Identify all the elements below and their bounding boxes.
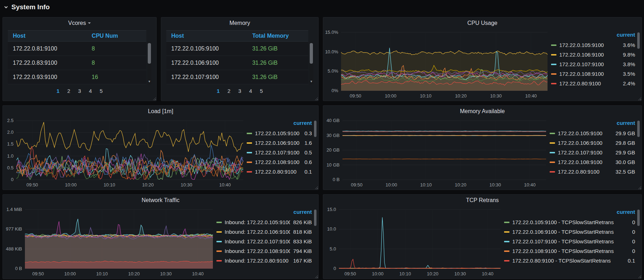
panel-title-load-1m[interactable]: Load [1m] — [3, 106, 318, 117]
vcores-table: HostCPU Num 172.22.0.81:91008172.22.0.83… — [8, 30, 151, 84]
panel-title-memory[interactable]: Memory — [161, 17, 318, 29]
page-button-3[interactable]: 3 — [78, 88, 81, 94]
load-1m-plot[interactable]: 09:5010:0010:1010:2010:3010:4000.51.01.5… — [3, 117, 245, 190]
table-scrollbar[interactable]: ▾ — [309, 42, 313, 84]
page-button-3[interactable]: 3 — [238, 88, 241, 94]
legend-row[interactable]: 172.22.0.107:91000.5 — [247, 148, 312, 157]
panel-title-text: Load [1m] — [148, 108, 173, 115]
table-body: 172.22.0.81:91008172.22.0.83:91008172.22… — [8, 42, 146, 84]
legend-series-name: 172.22.0.108:9100 — [559, 71, 604, 77]
legend-row[interactable]: 172.22.0.106:910029.8 GB — [550, 138, 635, 148]
legend-row[interactable]: 172.22.0.80:91000.1 — [247, 167, 312, 176]
legend-scrollbar[interactable] — [637, 32, 640, 49]
legend-scrollbar[interactable] — [314, 210, 316, 226]
cpu-usage-plot[interactable]: 09:5010:0010:1010:2010:3010:400%5.0%10.0… — [323, 29, 550, 101]
table-cell: 8 — [88, 60, 146, 66]
page-button-5[interactable]: 5 — [100, 88, 103, 94]
scrollbar-thumb[interactable] — [148, 43, 151, 64]
legend-row[interactable]: 172.22.0.108:9100 - TCPSlowStartRetrans0 — [504, 246, 635, 256]
panel-title-vcores[interactable]: Vcores — [3, 17, 156, 29]
legend-current-header[interactable]: current — [504, 209, 635, 217]
table-row: 172.22.0.106:910031.26 GiB — [166, 56, 308, 70]
page-button-1[interactable]: 1 — [57, 88, 59, 94]
panel-title-network-traffic[interactable]: Network Traffic — [3, 195, 318, 206]
legend-series-marker — [551, 83, 556, 84]
scroll-down-icon[interactable]: ▾ — [309, 79, 313, 84]
panel-cpu-usage: CPU Usage 09:5010:0010:1010:2010:3010:40… — [323, 17, 642, 101]
legend-scrollbar[interactable] — [637, 121, 640, 137]
panel-title-tcp-retrans[interactable]: TCP Retrans — [323, 195, 642, 206]
legend-row[interactable]: 172.22.0.106:9100 - TCPSlowStartRetrans0 — [504, 227, 635, 237]
svg-text:10:30: 10:30 — [489, 182, 501, 187]
svg-text:40 GB: 40 GB — [326, 118, 340, 123]
column-header-value[interactable]: CPU Num — [88, 33, 146, 39]
table-cell: 172.22.0.93:9100 — [8, 74, 88, 80]
panel-title-memory-available[interactable]: Memory Available — [323, 106, 642, 117]
table-cell: 172.22.0.83:9100 — [8, 60, 88, 66]
table-scrollbar[interactable]: ▾ — [147, 42, 151, 84]
legend-current-header[interactable]: current — [216, 209, 312, 217]
legend-row[interactable]: 172.22.0.106:91009.8% — [551, 50, 635, 59]
svg-text:09:50: 09:50 — [345, 271, 356, 276]
legend-current-header[interactable]: current — [550, 120, 635, 128]
legend-row[interactable]: 172.22.0.107:9100 - TCPSlowStartRetrans0 — [504, 237, 635, 246]
legend-row[interactable]: 172.22.0.105:9100 - TCPSlowStartRetrans0 — [504, 217, 635, 227]
network-traffic-plot[interactable]: 09:5010:0010:1010:2010:3010:400 B488 KiB… — [3, 206, 215, 279]
legend-row[interactable]: 172.22.0.80:9100 - TCPSlowStartRetrans0.… — [504, 256, 635, 265]
panel-title-text: Memory Available — [460, 108, 505, 115]
legend-scrollbar[interactable] — [637, 210, 640, 226]
column-header-value[interactable]: Total Memory — [248, 33, 308, 39]
column-header-host[interactable]: Host — [166, 33, 248, 39]
table-cell: 16 — [88, 74, 146, 80]
panel-title-cpu-usage[interactable]: CPU Usage — [323, 17, 642, 29]
legend-row[interactable]: Inbound: 172.22.0.107:9100833 KiB — [216, 237, 312, 246]
legend-row[interactable]: 172.22.0.80:910032.5 GB — [550, 167, 635, 176]
legend-row[interactable]: Inbound: 172.22.0.80:9100167 KiB — [216, 256, 312, 265]
table-cell: 31.26 GiB — [248, 74, 308, 80]
svg-text:10:20: 10:20 — [455, 182, 466, 187]
page-button-4[interactable]: 4 — [89, 88, 92, 94]
legend-row[interactable]: 172.22.0.105:910029.9 GB — [550, 128, 635, 138]
legend-row[interactable]: 172.22.0.80:91002.4% — [551, 79, 635, 88]
memory-available-plot[interactable]: 09:5010:0010:1010:2010:3010:400 B10 GB20… — [323, 117, 548, 190]
legend-row[interactable]: Inbound: 172.22.0.105:9100826 KiB — [216, 217, 312, 227]
svg-text:10:40: 10:40 — [525, 93, 537, 99]
page-button-1[interactable]: 1 — [217, 88, 220, 94]
legend-row[interactable]: 172.22.0.105:91003.6% — [551, 40, 635, 50]
legend-series-marker — [550, 133, 555, 134]
legend-row[interactable]: 172.22.0.108:91003.5% — [551, 69, 635, 79]
legend-row[interactable]: Inbound: 172.22.0.106:9100818 KiB — [216, 227, 312, 237]
page-button-5[interactable]: 5 — [260, 88, 263, 94]
legend-series-value: 0.1 — [628, 258, 635, 264]
legend-scrollbar[interactable] — [314, 121, 316, 137]
column-header-host[interactable]: Host — [8, 33, 88, 39]
legend-current-header[interactable]: current — [247, 120, 312, 128]
svg-text:10:00: 10:00 — [372, 271, 384, 276]
tcp-retrans-plot[interactable]: 09:5010:0010:1010:2010:3010:4005.010.015… — [323, 206, 503, 279]
legend-row[interactable]: 172.22.0.108:910030.0 GB — [550, 157, 635, 167]
legend-current-header[interactable]: current — [551, 32, 635, 40]
svg-text:2.0: 2.0 — [7, 130, 14, 135]
panel-menu-caret-icon — [88, 22, 91, 25]
legend-row[interactable]: 172.22.0.108:91000.6 — [247, 157, 312, 167]
legend-row[interactable]: 172.22.0.107:91003.8% — [551, 59, 635, 69]
legend-series-value: 2.4% — [623, 80, 635, 86]
legend-row[interactable]: 172.22.0.105:91000.3 — [247, 128, 312, 138]
legend-row[interactable]: 172.22.0.107:910029.9 GB — [550, 148, 635, 157]
svg-text:0.5: 0.5 — [7, 165, 14, 170]
page-button-2[interactable]: 2 — [67, 88, 70, 94]
legend-series-value: 0.5 — [304, 149, 312, 155]
svg-text:1.0: 1.0 — [7, 153, 14, 159]
legend-series-marker — [551, 73, 556, 75]
page-button-2[interactable]: 2 — [227, 88, 230, 94]
svg-text:488 KiB: 488 KiB — [6, 246, 22, 252]
dashboard-row-header[interactable]: System Info — [0, 0, 644, 14]
page-button-4[interactable]: 4 — [249, 88, 252, 94]
legend-row[interactable]: Inbound: 172.22.0.108:9100794 KiB — [216, 246, 312, 256]
scroll-down-icon[interactable]: ▾ — [147, 79, 151, 84]
legend-series-marker — [551, 54, 556, 56]
scrollbar-thumb[interactable] — [310, 43, 313, 64]
svg-text:10:40: 10:40 — [482, 271, 493, 276]
legend-series-value: 3.8% — [623, 61, 635, 67]
legend-row[interactable]: 172.22.0.106:91001.6 — [247, 138, 312, 148]
